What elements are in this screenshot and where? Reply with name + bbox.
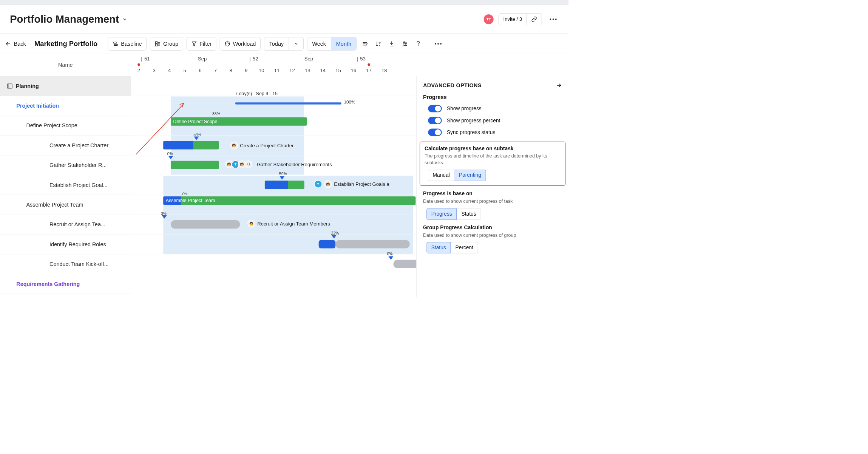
today-button-group: Today [264, 37, 304, 50]
tree-item[interactable]: Establish Project Goal... [0, 175, 131, 195]
svg-rect-18 [7, 84, 12, 88]
tree-item[interactable]: Conduct Team Kick-off... [0, 254, 131, 274]
project-title: Marketing Portfolio [34, 40, 97, 48]
svg-point-17 [403, 45, 404, 46]
toggle-show-percent[interactable]: Show progress percent [423, 116, 562, 128]
task-label-recruit: 🧑Recruit or Assign Team Members [247, 220, 330, 228]
base-status-button[interactable]: Status [457, 208, 481, 219]
link-icon[interactable] [527, 14, 541, 25]
panel-title: ADVANCED OPTIONS [423, 82, 482, 88]
calc-progress-highlight: Calculate progress base on subtask The p… [420, 142, 565, 186]
day-cell: 6 [193, 65, 208, 76]
avatar[interactable]: TT [484, 14, 494, 24]
timeline-settings-icon[interactable] [360, 39, 370, 49]
collapse-icon[interactable] [556, 82, 562, 88]
taskbar-roles[interactable] [319, 240, 336, 248]
baseline-button[interactable]: Baseline [108, 37, 147, 50]
timeline-header: |51 Sep |52 Sep |53 23456789101112131415… [131, 54, 568, 76]
day-cell: 15 [331, 65, 346, 76]
progress-section-title: Progress [423, 92, 562, 104]
toolbar: Back Marketing Portfolio Baseline Group … [0, 34, 568, 54]
taskbar-stakeholder[interactable] [171, 161, 219, 169]
toggle-sync-status[interactable]: Sync progress status [423, 128, 562, 139]
help-icon[interactable]: ? [413, 39, 423, 49]
taskbar-recruit[interactable] [171, 220, 240, 229]
day-cell: 12 [284, 65, 300, 76]
week-button[interactable]: Week [307, 37, 331, 50]
more-icon[interactable] [548, 17, 559, 22]
invite-button[interactable]: Invite / 3 [499, 14, 527, 25]
filter-button[interactable]: Filter [187, 37, 216, 50]
workspace-title[interactable]: Portfolio Management [10, 13, 119, 25]
taskbar-goals[interactable] [265, 181, 304, 189]
day-cell: 2 [131, 65, 147, 76]
svg-rect-1 [114, 44, 117, 45]
day-cell: 10 [254, 65, 269, 76]
svg-line-20 [136, 104, 183, 154]
tree-item[interactable]: Recruit or Assign Tea... [0, 215, 131, 235]
invite-button-group: Invite / 3 [499, 13, 542, 25]
toggle-show-progress[interactable]: Show progress [423, 104, 562, 116]
advanced-options-panel: ADVANCED OPTIONS Progress Show progress … [416, 76, 568, 298]
tree-item[interactable]: Define Project Scope [0, 116, 131, 136]
group-calc-title: Group Progress Calculation [423, 225, 562, 231]
today-dropdown[interactable] [289, 37, 303, 50]
workload-button[interactable]: Workload [220, 37, 261, 50]
day-cell: 9 [238, 65, 254, 76]
day-cell: 4 [162, 65, 177, 76]
tree-item[interactable]: Gather Stakeholder R... [0, 155, 131, 175]
task-label-charter: 🧑Create a Project Charter [230, 142, 293, 150]
sort-icon[interactable] [373, 39, 383, 49]
toolbar-more-icon[interactable] [432, 41, 443, 46]
day-cell: 14 [315, 65, 331, 76]
day-cell: 17 [361, 65, 377, 76]
taskbar-assemble[interactable]: Assemble Project Team [163, 196, 415, 205]
group-status-button[interactable]: Status [426, 242, 451, 253]
day-cell: 8 [223, 65, 239, 76]
group-planning[interactable]: Planning [0, 76, 131, 96]
annotation-arrow [134, 100, 198, 157]
chevron-down-icon[interactable] [122, 17, 127, 22]
settings-icon[interactable] [400, 39, 410, 49]
day-cell: 16 [346, 65, 361, 76]
calc-parenting-button[interactable]: Parenting [454, 170, 486, 181]
tree-item[interactable]: Requirements Gathering [0, 274, 131, 294]
base-desc: Data used to show current progress of ta… [423, 198, 562, 205]
svg-point-13 [404, 42, 405, 43]
calc-desc: The progress and timeline of the task ar… [425, 153, 561, 166]
tree-item[interactable]: Identify Required Roles [0, 235, 131, 254]
calc-title: Calculate progress base on subtask [425, 145, 561, 151]
group-button[interactable]: Group [150, 37, 183, 50]
day-cell: 5 [177, 65, 193, 76]
panel-icon [6, 83, 13, 89]
today-button[interactable]: Today [264, 37, 289, 50]
svg-rect-5 [156, 44, 158, 46]
svg-rect-0 [113, 42, 117, 43]
day-cell: 11 [269, 65, 285, 76]
base-progress-button[interactable]: Progress [426, 208, 457, 219]
download-icon[interactable] [387, 39, 397, 49]
day-cell: 7 [208, 65, 223, 76]
summary-label: 7 day(s) · Sep 9 - 15 [235, 91, 278, 96]
summary-progress [235, 102, 341, 104]
back-label: Back [14, 40, 26, 47]
tree-item[interactable]: Assemble Project Team [0, 195, 131, 215]
day-cell: 18 [377, 65, 392, 76]
tree-item[interactable]: Project Initiation [0, 96, 131, 116]
app-header: Portfolio Management TT Invite / 3 [0, 5, 568, 34]
task-label-stakeholder: 🧑T🧑+1 Gather Stakeholder Requirements [225, 160, 332, 168]
task-label-goals: T🧑Establish Project Goals a [314, 180, 389, 188]
base-title: Progress is base on [423, 191, 562, 197]
calc-manual-button[interactable]: Manual [428, 170, 454, 181]
day-cell: 13 [300, 65, 315, 76]
group-calc-desc: Data used to show current progress of gr… [423, 232, 562, 238]
svg-point-15 [405, 43, 406, 44]
zoom-toggle: Week Month [307, 37, 357, 50]
tree-item[interactable]: Create a Project Charter [0, 136, 131, 155]
group-percent-button[interactable]: Percent [451, 242, 478, 253]
gantt-area[interactable]: |51 Sep |52 Sep |53 23456789101112131415… [131, 54, 568, 298]
svg-rect-2 [156, 42, 158, 43]
month-button[interactable]: Month [331, 37, 356, 50]
back-button[interactable]: Back [5, 40, 31, 47]
day-cell: 3 [147, 65, 162, 76]
